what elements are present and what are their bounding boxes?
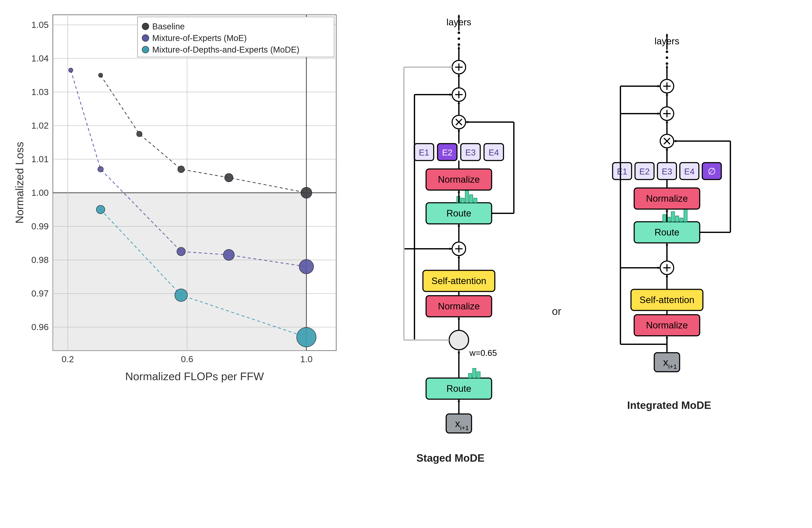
x-axis-label: Normalized FLOPs per FFW xyxy=(125,370,264,382)
route-block-upper-label: Route xyxy=(446,208,471,218)
normalize-upper-label: Normalize xyxy=(438,174,480,185)
vdots xyxy=(666,50,668,53)
self-attention-label: Self-attention xyxy=(431,276,486,286)
figure-container: 0.960.970.980.991.001.011.021.031.041.05… xyxy=(9,9,803,519)
input-sub: i+1 xyxy=(668,363,677,370)
x-tick-label: 1.0 xyxy=(300,354,313,364)
route-bar xyxy=(671,212,675,222)
series-point xyxy=(175,289,188,302)
route-bar xyxy=(468,373,472,378)
y-tick-label: 0.98 xyxy=(31,255,49,265)
normalize-lower-label: Normalize xyxy=(646,320,688,330)
route-bar xyxy=(684,209,687,222)
input-sub: i+1 xyxy=(460,424,469,431)
legend-swatch xyxy=(142,46,149,53)
route-bar xyxy=(469,195,473,203)
expert-label: E4 xyxy=(489,148,499,157)
legend-label: Mixture-of-Depths-and-Experts (MoDE) xyxy=(152,45,300,54)
series-point xyxy=(69,68,73,72)
y-tick-label: 0.96 xyxy=(31,322,49,332)
series-point xyxy=(99,73,103,77)
integrated-diagram: xi+1NormalizeSelf-attentionRouteNormaliz… xyxy=(591,11,747,411)
series-point xyxy=(301,187,312,198)
route-bar xyxy=(474,198,477,203)
route-bar xyxy=(473,368,476,378)
series-line xyxy=(101,75,306,193)
y-axis-label: Normalized Loss xyxy=(13,142,26,224)
chart-panel: 0.960.970.980.991.001.011.021.031.041.05… xyxy=(9,9,347,390)
normalize-upper-label: Normalize xyxy=(646,193,688,203)
self-attention-label: Self-attention xyxy=(640,295,694,305)
legend-label: Mixture-of-Experts (MoE) xyxy=(152,33,247,43)
y-tick-label: 1.04 xyxy=(31,54,49,63)
y-tick-label: 0.99 xyxy=(31,221,49,231)
normalize-lower-label: Normalize xyxy=(438,301,480,311)
y-tick-label: 1.02 xyxy=(31,121,49,131)
route-block-label: Route xyxy=(655,227,679,237)
expert-label: E2 xyxy=(442,148,452,157)
y-tick-label: 1.05 xyxy=(31,20,49,30)
route-bar xyxy=(461,198,464,203)
input-label: x xyxy=(455,418,460,429)
route-bar xyxy=(680,218,683,222)
diagrams-panel: xi+1Routew=0.65NormalizeSelf-attentionRo… xyxy=(378,9,803,464)
branch-junction xyxy=(449,330,468,350)
series-point xyxy=(98,166,103,172)
expert-label: E2 xyxy=(639,167,650,176)
or-label: or xyxy=(552,305,561,317)
series-point xyxy=(178,166,185,172)
route-bar xyxy=(465,191,468,203)
y-tick-label: 1.03 xyxy=(31,87,49,97)
expert-label: E1 xyxy=(617,167,627,176)
noop-label: ∅ xyxy=(708,166,716,176)
vdots xyxy=(666,56,668,59)
staged-diagram: xi+1Routew=0.65NormalizeSelf-attentionRo… xyxy=(378,11,522,464)
route-bar xyxy=(676,216,679,222)
expert-label: E4 xyxy=(684,167,695,176)
x-tick-label: 0.6 xyxy=(181,354,193,364)
staged-mode-svg: xi+1Routew=0.65NormalizeSelf-attentionRo… xyxy=(378,11,522,443)
flops-vs-loss-chart: 0.960.970.980.991.001.011.021.031.041.05… xyxy=(9,9,347,389)
input-label: x xyxy=(663,357,668,368)
series-point xyxy=(136,131,142,137)
series-point xyxy=(223,250,234,260)
series-point xyxy=(97,205,105,214)
series-point xyxy=(224,174,233,182)
weight-label: w=0.65 xyxy=(469,348,497,358)
vdots xyxy=(458,43,460,46)
route-bar xyxy=(663,215,666,222)
vdots xyxy=(666,62,668,65)
y-tick-label: 1.01 xyxy=(31,154,49,164)
expert-label: E1 xyxy=(419,148,429,157)
y-tick-label: 1.00 xyxy=(31,188,49,198)
legend-swatch xyxy=(142,23,149,30)
x-tick-label: 0.2 xyxy=(61,354,74,364)
series-point xyxy=(297,327,316,347)
staged-title: Staged MoDE xyxy=(416,452,484,464)
route-bar xyxy=(477,372,480,378)
vdots xyxy=(458,37,460,40)
integrated-title: Integrated MoDE xyxy=(627,399,711,411)
integrated-mode-svg: xi+1NormalizeSelf-attentionRouteNormaliz… xyxy=(591,11,747,391)
legend-label: Baseline xyxy=(152,22,185,31)
expert-label: E3 xyxy=(465,148,476,157)
vdots xyxy=(458,31,460,34)
series-point xyxy=(299,259,314,274)
route-block-lower-label: Route xyxy=(446,383,471,394)
y-tick-label: 0.97 xyxy=(31,288,49,298)
series-point xyxy=(177,247,186,256)
legend-swatch xyxy=(142,35,149,41)
expert-label: E3 xyxy=(662,167,672,176)
